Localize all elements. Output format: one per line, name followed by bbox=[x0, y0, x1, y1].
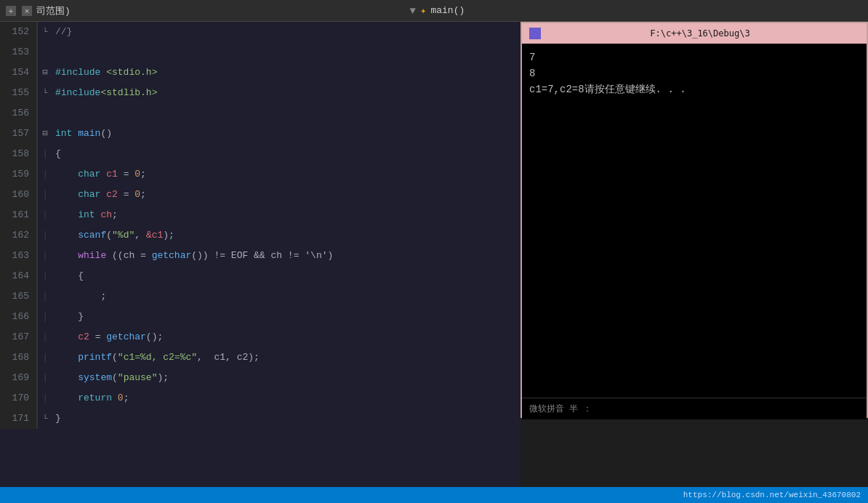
line-number: 160 bbox=[0, 185, 38, 205]
line-number: 159 bbox=[0, 164, 38, 185]
line-number: 162 bbox=[0, 225, 38, 246]
line-number: 167 bbox=[0, 327, 38, 347]
line-content: ; bbox=[52, 286, 521, 307]
line-marker: │ bbox=[38, 327, 52, 347]
line-number: 165 bbox=[0, 286, 38, 307]
line-marker: │ bbox=[38, 205, 52, 225]
ime-status: 微软拼音 半 ： bbox=[529, 403, 592, 415]
code-line: 158│{ bbox=[0, 144, 521, 164]
terminal-titlebar: F:\c++\3_16\Debug\3 bbox=[522, 23, 867, 44]
line-number: 171 bbox=[0, 409, 38, 429]
pin-button[interactable]: + bbox=[6, 6, 16, 16]
line-number: 158 bbox=[0, 144, 38, 164]
line-content: #include <stdio.h> bbox=[52, 63, 521, 83]
line-number: 163 bbox=[0, 246, 38, 266]
code-line: 164│ { bbox=[0, 266, 521, 286]
close-button[interactable]: × bbox=[22, 6, 32, 16]
code-line: 166│ } bbox=[0, 307, 521, 327]
line-content bbox=[52, 42, 521, 63]
line-marker: │ bbox=[38, 368, 52, 388]
code-line: 163│ while ((ch = getchar()) != EOF && c… bbox=[0, 246, 521, 266]
line-content: char c2 = 0; bbox=[52, 185, 521, 205]
line-content: system("pause"); bbox=[52, 368, 521, 388]
line-number: 157 bbox=[0, 124, 38, 144]
line-number: 161 bbox=[0, 205, 38, 225]
line-content: scanf("%d", &c1); bbox=[52, 225, 521, 246]
line-marker: │ bbox=[38, 185, 52, 205]
window-controls[interactable]: + × bbox=[6, 6, 32, 16]
code-line: 161│ int ch; bbox=[0, 205, 521, 225]
terminal-window[interactable]: F:\c++\3_16\Debug\3 78c1=7,c2=8请按任意键继续. … bbox=[521, 22, 868, 418]
code-line: 165│ ; bbox=[0, 286, 521, 307]
scope-label: 司范围) bbox=[36, 4, 71, 17]
line-content: { bbox=[52, 266, 521, 286]
code-line: 156 bbox=[0, 103, 521, 124]
line-number: 170 bbox=[0, 388, 38, 409]
line-number: 156 bbox=[0, 103, 38, 124]
code-panel: 152└//}153154⊟#include <stdio.h>155└#inc… bbox=[0, 22, 521, 487]
editor-area: 152└//}153154⊟#include <stdio.h>155└#inc… bbox=[0, 22, 868, 487]
code-line: 170│ return 0; bbox=[0, 388, 521, 409]
line-content: while ((ch = getchar()) != EOF && ch != … bbox=[52, 246, 521, 266]
line-number: 153 bbox=[0, 42, 38, 63]
line-number: 152 bbox=[0, 22, 38, 42]
line-marker: │ bbox=[38, 388, 52, 409]
code-line: 171└} bbox=[0, 409, 521, 429]
line-content: { bbox=[52, 144, 521, 164]
line-marker: │ bbox=[38, 225, 52, 246]
line-content: int ch; bbox=[52, 205, 521, 225]
terminal-window-icon bbox=[529, 28, 541, 39]
terminal-output-line: c1=7,c2=8请按任意键继续. . . bbox=[529, 81, 859, 97]
terminal-footer: 微软拼音 半 ： bbox=[522, 398, 867, 419]
terminal-title: F:\c++\3_16\Debug\3 bbox=[541, 28, 859, 39]
line-marker: │ bbox=[38, 347, 52, 368]
line-marker: ⊟ bbox=[38, 63, 52, 83]
code-line: 155└#include<stdlib.h> bbox=[0, 83, 521, 103]
line-content: char c1 = 0; bbox=[52, 164, 521, 185]
terminal-output-line: 7 bbox=[529, 49, 859, 65]
code-line: 162│ scanf("%d", &c1); bbox=[0, 225, 521, 246]
line-marker: ⊟ bbox=[38, 124, 52, 144]
line-marker bbox=[38, 103, 52, 124]
code-line: 153 bbox=[0, 42, 521, 63]
code-line: 169│ system("pause"); bbox=[0, 368, 521, 388]
line-marker bbox=[38, 42, 52, 63]
line-number: 164 bbox=[0, 266, 38, 286]
code-line: 154⊟#include <stdio.h> bbox=[0, 63, 521, 83]
terminal-output-line: 8 bbox=[529, 65, 859, 81]
status-url: https://blog.csdn.net/weixin_43670802 bbox=[683, 491, 861, 499]
line-content: #include<stdlib.h> bbox=[52, 83, 521, 103]
line-marker: │ bbox=[38, 266, 52, 286]
line-number: 169 bbox=[0, 368, 38, 388]
line-marker: │ bbox=[38, 286, 52, 307]
line-content: //} bbox=[52, 22, 521, 42]
line-content: int main() bbox=[52, 124, 521, 144]
code-line: 168│ printf("c1=%d, c2=%c", c1, c2); bbox=[0, 347, 521, 368]
line-marker: │ bbox=[38, 307, 52, 327]
func-name: main() bbox=[430, 5, 465, 16]
line-marker: └ bbox=[38, 409, 52, 429]
line-marker: │ bbox=[38, 246, 52, 266]
func-icon: ✦ bbox=[420, 4, 426, 17]
code-line: 160│ char c2 = 0; bbox=[0, 185, 521, 205]
line-marker: └ bbox=[38, 22, 52, 42]
line-content: printf("c1=%d, c2=%c", c1, c2); bbox=[52, 347, 521, 368]
line-marker: │ bbox=[38, 164, 52, 185]
line-content: c2 = getchar(); bbox=[52, 327, 521, 347]
terminal-body: 78c1=7,c2=8请按任意键继续. . . bbox=[522, 44, 867, 398]
status-bar: https://blog.csdn.net/weixin_43670802 bbox=[0, 487, 868, 503]
line-content: } bbox=[52, 409, 521, 429]
line-number: 155 bbox=[0, 83, 38, 103]
line-content: return 0; bbox=[52, 388, 521, 409]
line-number: 154 bbox=[0, 63, 38, 83]
top-bar: + × 司范围) ▼ ✦ main() bbox=[0, 0, 868, 22]
breadcrumb-arrow: ▼ bbox=[410, 5, 416, 17]
code-lines: 152└//}153154⊟#include <stdio.h>155└#inc… bbox=[0, 22, 521, 429]
line-content: } bbox=[52, 307, 521, 327]
code-line: 157⊟int main() bbox=[0, 124, 521, 144]
code-line: 152└//} bbox=[0, 22, 521, 42]
line-content bbox=[52, 103, 521, 124]
line-number: 166 bbox=[0, 307, 38, 327]
breadcrumb: ▼ ✦ main() bbox=[410, 4, 465, 17]
code-line: 159│ char c1 = 0; bbox=[0, 164, 521, 185]
